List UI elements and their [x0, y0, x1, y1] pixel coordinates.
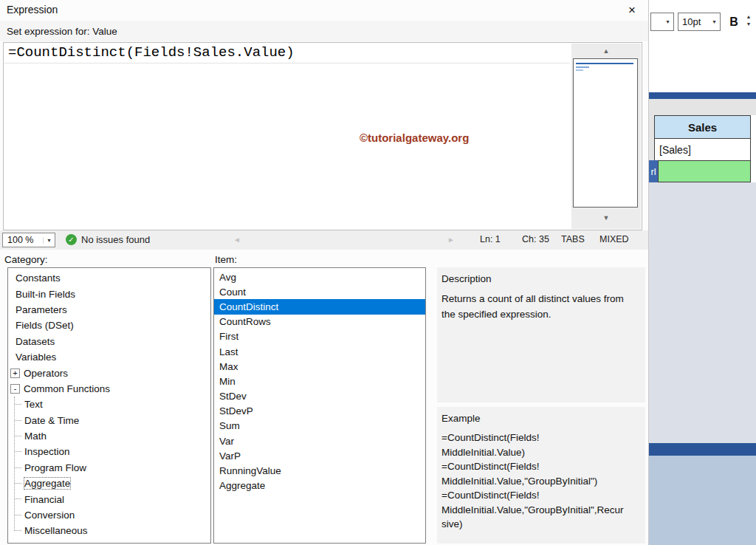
- dialog-title: Expression: [7, 4, 58, 16]
- sales-field-cell[interactable]: [Sales]: [654, 138, 751, 161]
- item-avg[interactable]: Avg: [214, 270, 425, 284]
- status-message: No issues found: [81, 234, 150, 245]
- example-header: Example: [441, 413, 641, 424]
- bold-button[interactable]: B: [726, 13, 742, 31]
- category-item-constants[interactable]: Constants: [8, 270, 210, 286]
- chevron-down-icon: ▾: [662, 18, 673, 25]
- item-var[interactable]: Var: [214, 433, 425, 448]
- sales-column-header-cell[interactable]: Sales: [654, 115, 751, 139]
- item-max[interactable]: Max: [214, 359, 425, 374]
- item-runningvalue[interactable]: RunningValue: [214, 463, 425, 478]
- font-size-value: 10pt: [678, 16, 709, 27]
- spinner-down-icon: ▼: [746, 21, 752, 27]
- category-tree[interactable]: Constants Built-in Fields Parameters Fie…: [7, 267, 211, 544]
- item-countdistinct[interactable]: CountDistinct: [214, 299, 425, 314]
- item-aggregate[interactable]: Aggregate: [214, 479, 425, 493]
- category-item-common-functions[interactable]: - Common Functions: [8, 381, 210, 397]
- category-item-math[interactable]: Math: [8, 428, 210, 444]
- expand-plus-icon[interactable]: +: [10, 369, 20, 378]
- spinner-up-icon: ▲: [746, 14, 752, 19]
- map-document-line: [576, 63, 633, 64]
- line-indicator: Ln: 1: [480, 234, 501, 244]
- description-header: Description: [441, 273, 641, 284]
- check-icon: ✓: [66, 234, 77, 245]
- detail-row-handle[interactable]: rl: [649, 160, 658, 182]
- item-first[interactable]: First: [214, 329, 425, 344]
- example-text: =CountDistinct(Fields! MiddleInitial.Val…: [441, 431, 641, 532]
- item-last[interactable]: Last: [214, 344, 425, 359]
- category-label: Category:: [4, 254, 48, 265]
- zoom-value: 100 %: [3, 235, 43, 245]
- category-item-built-in-fields[interactable]: Built-in Fields: [8, 286, 210, 301]
- designer-surface: [649, 182, 756, 443]
- item-sum[interactable]: Sum: [214, 419, 425, 433]
- nav-right-icon[interactable]: ►: [447, 236, 455, 244]
- description-text: Returns a count of all distinct values f…: [441, 291, 628, 322]
- item-count[interactable]: Count: [214, 284, 425, 299]
- close-icon[interactable]: ×: [622, 1, 642, 19]
- designer-bottom-panel: [649, 456, 756, 545]
- category-item-aggregate[interactable]: Aggregate: [8, 476, 210, 491]
- font-name-combo[interactable]: ▾: [650, 13, 674, 31]
- scroll-up-icon[interactable]: ▲: [571, 47, 641, 55]
- editor-scrollbar[interactable]: ▲ ▼: [571, 44, 641, 229]
- example-panel: Example =CountDistinct(Fields! MiddleIni…: [437, 407, 645, 544]
- nav-left-icon[interactable]: ◄: [233, 236, 241, 244]
- screen: ▾ 10pt ▾ B ▲ ▼ Sales [Sales] rl Expressi…: [0, 0, 756, 545]
- editor-status-bar: 100 % ▾ ✓ No issues found ◄ ► Ln: 1 Ch: …: [0, 230, 648, 250]
- category-item-datasets[interactable]: Datasets: [8, 334, 210, 349]
- category-item-date-time[interactable]: Date & Time: [8, 413, 210, 428]
- item-countrows[interactable]: CountRows: [214, 315, 425, 329]
- font-size-combo[interactable]: 10pt ▾: [678, 13, 721, 31]
- category-item-program-flow[interactable]: Program Flow: [8, 460, 210, 476]
- category-item-financial[interactable]: Financial: [8, 491, 210, 507]
- description-panel: Description Returns a count of all disti…: [437, 267, 645, 402]
- item-stdev[interactable]: StDev: [214, 389, 425, 404]
- collapse-minus-icon[interactable]: -: [10, 384, 20, 394]
- item-min[interactable]: Min: [214, 374, 425, 388]
- mixed-indicator: MIXED: [599, 234, 629, 244]
- tabs-indicator: TABS: [561, 234, 585, 244]
- category-item-operators[interactable]: + Operators: [8, 365, 210, 380]
- zoom-combo[interactable]: 100 % ▾: [2, 233, 55, 247]
- item-stdevp[interactable]: StDevP: [214, 404, 425, 419]
- category-item-variables[interactable]: Variables: [8, 349, 210, 365]
- scrollbar-map-preview[interactable]: [573, 58, 638, 208]
- column-indicator: Ch: 35: [522, 234, 549, 244]
- designer-lower-band: [649, 443, 756, 456]
- category-item-fields-dset[interactable]: Fields (DSet): [8, 318, 210, 333]
- expression-text[interactable]: =CountDistinct(Fields!Sales.Value): [8, 44, 295, 61]
- category-item-miscellaneous[interactable]: Miscellaneous: [8, 523, 210, 538]
- category-item-parameters[interactable]: Parameters: [8, 302, 210, 318]
- chevron-down-icon: ▾: [43, 237, 55, 244]
- scroll-down-icon[interactable]: ▼: [571, 214, 641, 222]
- category-item-text[interactable]: Text: [8, 397, 210, 412]
- expression-dialog: Expression × Set expression for: Value =…: [0, 0, 648, 545]
- category-item-inspection[interactable]: Inspection: [8, 444, 210, 459]
- expression-editor[interactable]: =CountDistinct(Fields!Sales.Value) ©tuto…: [3, 42, 642, 230]
- selected-detail-cell[interactable]: [658, 160, 751, 182]
- chevron-down-icon: ▾: [709, 18, 720, 25]
- report-designer-background: ▾ 10pt ▾ B ▲ ▼ Sales [Sales] rl: [648, 0, 756, 545]
- item-list[interactable]: Avg Count CountDistinct CountRows First …: [213, 267, 426, 544]
- set-expression-for-label: Set expression for: Value: [0, 21, 648, 41]
- designer-column-strip: [649, 99, 756, 115]
- map-tick: [576, 66, 589, 68]
- map-tick: [576, 69, 583, 71]
- item-varp[interactable]: VarP: [214, 448, 425, 463]
- watermark: ©tutorialgateway.org: [360, 131, 469, 144]
- item-label: Item:: [215, 254, 237, 265]
- category-item-conversion[interactable]: Conversion: [8, 507, 210, 523]
- toolbar-spinner[interactable]: ▲ ▼: [743, 14, 754, 27]
- designer-header-band: [649, 92, 756, 99]
